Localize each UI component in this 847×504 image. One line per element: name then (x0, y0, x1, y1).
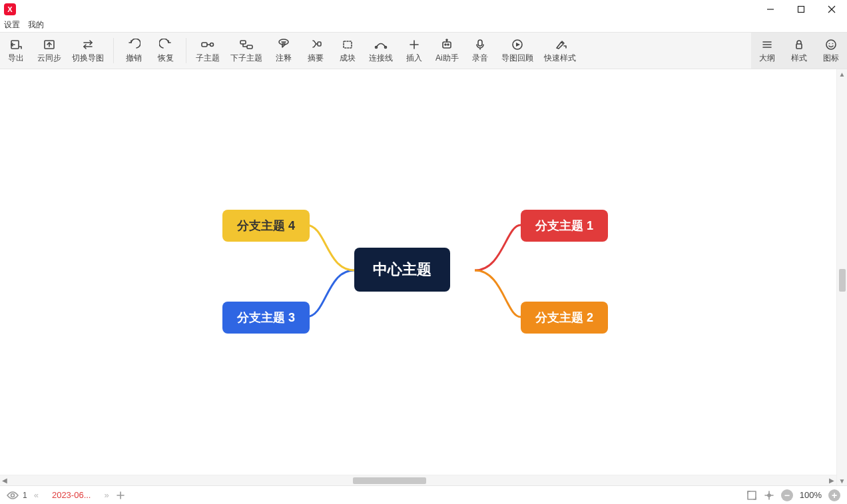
record-button[interactable]: 录音 (464, 33, 496, 69)
undo-button[interactable]: 撤销 (118, 33, 150, 69)
subtopic-button[interactable]: 子主题 (190, 33, 225, 69)
vertical-scrollbar[interactable]: ▲ ▼ (836, 69, 847, 485)
titlebar-left: X (4, 3, 16, 15)
vertical-scrollbar-thumb[interactable] (839, 269, 846, 292)
svg-marker-30 (516, 43, 520, 47)
redo-label: 恢复 (158, 53, 174, 64)
note-icon (277, 38, 290, 51)
svg-point-26 (447, 44, 449, 45)
outline-label: 大纲 (759, 53, 775, 64)
sheet-next-button[interactable]: » (104, 490, 109, 500)
branch-node-2[interactable]: 分支主题 2 (521, 302, 608, 334)
summary-icon (309, 38, 322, 51)
quick-style-button[interactable]: 快速样式 (539, 33, 581, 69)
add-sheet-button[interactable] (116, 491, 125, 500)
insert-button[interactable]: 插入 (398, 33, 430, 69)
svg-rect-9 (202, 43, 207, 47)
switch-map-label: 切换导图 (72, 53, 104, 64)
scroll-right-icon[interactable]: ▶ (827, 475, 836, 485)
view-count-value: 1 (23, 491, 27, 500)
svg-rect-1 (798, 7, 804, 13)
redo-button[interactable]: 恢复 (150, 33, 182, 69)
toolbar-separator (113, 38, 114, 63)
zoom-percent[interactable]: 100% (800, 490, 822, 500)
canvas[interactable]: 中心主题 分支主题 1 分支主题 2 分支主题 3 分支主题 4 ▲ ▼ ◀ ▶ (0, 69, 847, 485)
svg-rect-27 (478, 40, 482, 46)
sheet-tab-active[interactable]: 2023-06... (45, 487, 98, 503)
zoom-in-button[interactable]: + (828, 489, 840, 501)
style-label: 样式 (791, 53, 807, 64)
relationship-button[interactable]: 连接线 (364, 33, 398, 69)
maximize-button[interactable] (786, 0, 816, 19)
svg-point-36 (829, 43, 830, 44)
review-button[interactable]: 导图回顾 (496, 33, 539, 69)
zoom-out-button[interactable]: − (781, 489, 793, 501)
toolbar: 导出 云同步 切换导图 撤销 恢复 子主题 下子主题 (0, 32, 847, 69)
undo-icon (127, 38, 141, 51)
eye-icon (7, 491, 19, 500)
horizontal-scrollbar-thumb[interactable] (353, 477, 426, 484)
redo-icon (159, 38, 172, 51)
svg-point-35 (826, 40, 836, 49)
record-label: 录音 (472, 53, 488, 64)
svg-point-38 (11, 493, 15, 497)
cloud-sync-icon (43, 38, 56, 51)
review-label: 导图回顾 (501, 53, 533, 64)
mindmap: 中心主题 分支主题 1 分支主题 2 分支主题 3 分支主题 4 (0, 69, 836, 475)
fit-to-screen-button[interactable] (764, 490, 774, 501)
close-button[interactable] (816, 0, 847, 19)
export-label: 导出 (8, 53, 24, 64)
summary-label: 摘要 (308, 53, 324, 64)
svg-point-10 (210, 43, 214, 46)
review-icon (511, 38, 523, 51)
undo-label: 撤销 (126, 53, 142, 64)
ai-assistant-button[interactable]: Ai助手 (430, 33, 464, 69)
subtopic-label: 子主题 (196, 53, 220, 64)
scroll-left-icon[interactable]: ◀ (0, 475, 9, 485)
outline-icon (761, 38, 773, 51)
subtopic-icon (200, 38, 215, 51)
ai-assistant-label: Ai助手 (435, 53, 459, 64)
minimize-button[interactable] (755, 0, 786, 19)
note-label: 注释 (276, 53, 292, 64)
summary-button[interactable]: 摘要 (300, 33, 332, 69)
view-count[interactable]: 1 (7, 491, 27, 500)
icon-button[interactable]: 图标 (815, 33, 847, 69)
block-button[interactable]: 成块 (332, 33, 364, 69)
branch-node-4[interactable]: 分支主题 4 (222, 210, 310, 242)
tabbar-right: − 100% + (746, 489, 840, 501)
relationship-label: 连接线 (369, 53, 393, 64)
export-button[interactable]: 导出 (0, 33, 32, 69)
record-icon (474, 38, 486, 51)
scroll-up-icon[interactable]: ▲ (837, 69, 847, 79)
titlebar: X (0, 0, 847, 19)
tabbar: 1 « 2023-06... » − 100% + (0, 485, 847, 504)
icon-label: 图标 (823, 53, 839, 64)
svg-point-25 (445, 44, 446, 45)
export-icon (9, 38, 23, 51)
menu-mine[interactable]: 我的 (28, 19, 44, 31)
cloud-sync-button[interactable]: 云同步 (32, 33, 67, 69)
sheet-prev-button[interactable]: « (34, 490, 39, 500)
sub-subtopic-icon (239, 38, 254, 51)
toolbar-separator (186, 38, 186, 63)
branch-node-1[interactable]: 分支主题 1 (521, 210, 608, 242)
svg-point-37 (832, 43, 834, 44)
window-controls (755, 0, 847, 19)
central-topic-node[interactable]: 中心主题 (354, 248, 450, 292)
branch-node-3[interactable]: 分支主题 3 (222, 302, 310, 334)
svg-rect-22 (443, 42, 451, 48)
note-button[interactable]: 注释 (268, 33, 300, 69)
scroll-down-icon[interactable]: ▼ (837, 476, 847, 485)
quick-style-icon (553, 38, 567, 51)
insert-icon (408, 38, 420, 51)
sub-subtopic-button[interactable]: 下子主题 (225, 33, 268, 69)
fullscreen-button[interactable] (746, 490, 757, 501)
switch-map-button[interactable]: 切换导图 (67, 33, 109, 69)
menu-settings[interactable]: 设置 (4, 19, 20, 31)
outline-button[interactable]: 大纲 (751, 33, 783, 69)
style-button[interactable]: 样式 (783, 33, 815, 69)
sub-subtopic-label: 下子主题 (230, 53, 262, 64)
ai-assistant-icon (440, 38, 453, 51)
horizontal-scrollbar[interactable]: ◀ ▶ (0, 475, 836, 485)
